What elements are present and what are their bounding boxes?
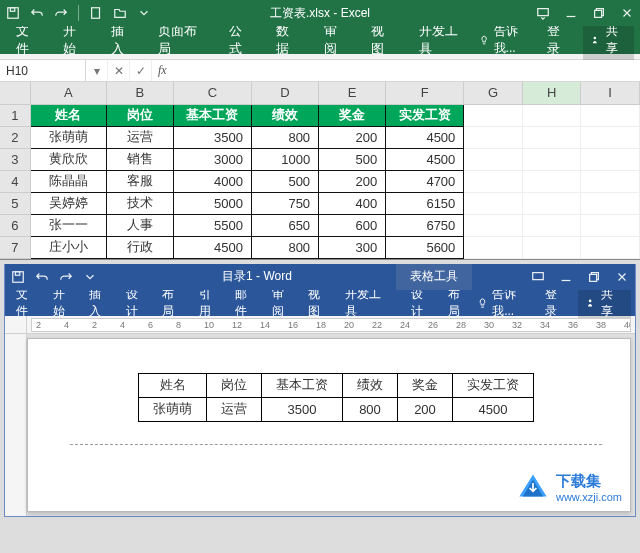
cell[interactable] xyxy=(522,214,581,236)
cell[interactable] xyxy=(522,148,581,170)
cell[interactable] xyxy=(464,148,523,170)
cell[interactable] xyxy=(522,170,581,192)
cell[interactable]: 吴婷婷 xyxy=(30,192,106,214)
cell[interactable]: 3000 xyxy=(173,148,251,170)
table-cell[interactable]: 岗位 xyxy=(207,373,262,397)
table-cell[interactable]: 绩效 xyxy=(343,373,398,397)
cell[interactable]: 行政 xyxy=(106,236,173,258)
redo-icon[interactable] xyxy=(54,6,68,20)
cell[interactable] xyxy=(522,192,581,214)
excel-grid[interactable]: A B C D E F G H I 1 姓名 岗位 基本工资 绩效 奖金 实发工… xyxy=(0,82,640,259)
cell[interactable]: 4500 xyxy=(386,148,464,170)
name-box[interactable]: H10 xyxy=(0,60,86,81)
cell[interactable]: 陈晶晶 xyxy=(30,170,106,192)
cell[interactable]: 基本工资 xyxy=(173,104,251,126)
col-header[interactable]: B xyxy=(106,82,173,104)
tell-me[interactable]: 告诉我... xyxy=(477,286,534,320)
new-icon[interactable] xyxy=(89,6,103,20)
cell[interactable]: 销售 xyxy=(106,148,173,170)
open-icon[interactable] xyxy=(113,6,127,20)
cell[interactable]: 黄欣欣 xyxy=(30,148,106,170)
table-cell[interactable]: 200 xyxy=(398,397,453,421)
cell[interactable]: 客服 xyxy=(106,170,173,192)
cell[interactable] xyxy=(464,192,523,214)
ribbon-options-icon[interactable] xyxy=(536,6,550,20)
cell[interactable]: 650 xyxy=(251,214,318,236)
cell[interactable]: 4500 xyxy=(386,126,464,148)
save-icon[interactable] xyxy=(6,6,20,20)
close-icon[interactable] xyxy=(620,6,634,20)
undo-icon[interactable] xyxy=(35,270,49,284)
minimize-icon[interactable] xyxy=(559,270,573,284)
col-header[interactable]: D xyxy=(251,82,318,104)
cell[interactable]: 750 xyxy=(251,192,318,214)
cell[interactable]: 实发工资 xyxy=(386,104,464,126)
cell[interactable]: 人事 xyxy=(106,214,173,236)
cell[interactable] xyxy=(464,170,523,192)
row-header[interactable]: 2 xyxy=(0,126,30,148)
cell[interactable]: 运营 xyxy=(106,126,173,148)
select-all-corner[interactable] xyxy=(0,82,30,104)
restore-icon[interactable] xyxy=(592,6,606,20)
enter-icon[interactable]: ✓ xyxy=(130,60,152,81)
cell[interactable] xyxy=(464,214,523,236)
row-header[interactable]: 7 xyxy=(0,236,30,258)
row-header[interactable]: 4 xyxy=(0,170,30,192)
namebox-dropdown-icon[interactable]: ▾ xyxy=(86,60,108,81)
restore-icon[interactable] xyxy=(587,270,601,284)
row-header[interactable]: 1 xyxy=(0,104,30,126)
share-button[interactable]: 共享 xyxy=(583,20,634,60)
fx-label[interactable]: fx xyxy=(152,63,173,78)
cell[interactable] xyxy=(464,126,523,148)
cell[interactable]: 张一一 xyxy=(30,214,106,236)
cell[interactable]: 5600 xyxy=(386,236,464,258)
cell[interactable]: 技术 xyxy=(106,192,173,214)
horizontal-ruler[interactable]: 2424681012141618202224262830323436384042 xyxy=(31,318,631,332)
table-cell[interactable]: 实发工资 xyxy=(453,373,534,397)
cell[interactable]: 姓名 xyxy=(30,104,106,126)
table-cell[interactable]: 基本工资 xyxy=(262,373,343,397)
close-icon[interactable] xyxy=(615,270,629,284)
undo-icon[interactable] xyxy=(30,6,44,20)
table-cell[interactable]: 奖金 xyxy=(398,373,453,397)
row-header[interactable]: 6 xyxy=(0,214,30,236)
col-header[interactable]: A xyxy=(30,82,106,104)
col-header[interactable]: H xyxy=(522,82,581,104)
tell-me[interactable]: 告诉我... xyxy=(479,23,533,57)
cell[interactable] xyxy=(522,126,581,148)
table-cell[interactable]: 运营 xyxy=(207,397,262,421)
cell[interactable]: 绩效 xyxy=(251,104,318,126)
vertical-ruler[interactable] xyxy=(5,334,27,516)
word-table[interactable]: 姓名 岗位 基本工资 绩效 奖金 实发工资 张萌萌 运营 3500 800 20… xyxy=(138,373,534,422)
table-cell[interactable]: 张萌萌 xyxy=(139,397,207,421)
cell[interactable]: 600 xyxy=(319,214,386,236)
cell[interactable] xyxy=(581,214,640,236)
cell[interactable]: 1000 xyxy=(251,148,318,170)
cell[interactable] xyxy=(522,104,581,126)
cell[interactable] xyxy=(581,192,640,214)
cell[interactable] xyxy=(581,104,640,126)
cell[interactable]: 400 xyxy=(319,192,386,214)
cell[interactable] xyxy=(581,170,640,192)
col-header[interactable]: C xyxy=(173,82,251,104)
cell[interactable]: 4700 xyxy=(386,170,464,192)
cell[interactable]: 庄小小 xyxy=(30,236,106,258)
row-header[interactable]: 5 xyxy=(0,192,30,214)
cell[interactable] xyxy=(522,236,581,258)
cell[interactable]: 奖金 xyxy=(319,104,386,126)
word-page[interactable]: 姓名 岗位 基本工资 绩效 奖金 实发工资 张萌萌 运营 3500 800 20… xyxy=(27,338,631,512)
cell[interactable] xyxy=(464,104,523,126)
table-cell[interactable]: 800 xyxy=(343,397,398,421)
cell[interactable] xyxy=(581,236,640,258)
redo-icon[interactable] xyxy=(59,270,73,284)
table-row[interactable]: 张萌萌 运营 3500 800 200 4500 xyxy=(139,397,534,421)
table-cell[interactable]: 姓名 xyxy=(139,373,207,397)
cell[interactable]: 500 xyxy=(251,170,318,192)
row-header[interactable]: 3 xyxy=(0,148,30,170)
col-header[interactable]: E xyxy=(319,82,386,104)
table-cell[interactable]: 3500 xyxy=(262,397,343,421)
cell[interactable] xyxy=(581,126,640,148)
table-row[interactable]: 姓名 岗位 基本工资 绩效 奖金 实发工资 xyxy=(139,373,534,397)
cell[interactable]: 4000 xyxy=(173,170,251,192)
cell[interactable]: 800 xyxy=(251,126,318,148)
